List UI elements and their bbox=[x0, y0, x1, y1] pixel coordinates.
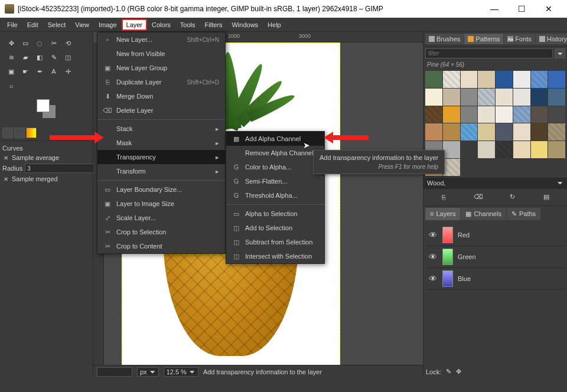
pattern-swatch[interactable] bbox=[443, 106, 460, 123]
tab-layers[interactable]: ≡Layers bbox=[425, 208, 460, 220]
sample-average-check[interactable]: ✕Sample average bbox=[2, 154, 90, 161]
delete-icon[interactable]: ⌫ bbox=[472, 192, 484, 202]
visibility-icon[interactable]: 👁 bbox=[428, 274, 438, 283]
pattern-swatch[interactable] bbox=[478, 123, 495, 141]
tool-pencil[interactable]: ✎ bbox=[47, 51, 60, 64]
pattern-swatch[interactable] bbox=[478, 141, 495, 158]
tool-picker[interactable]: ✛ bbox=[61, 65, 74, 78]
pattern-swatch[interactable] bbox=[496, 89, 513, 106]
close-button[interactable]: ✕ bbox=[535, 0, 562, 18]
pattern-swatch[interactable] bbox=[478, 71, 495, 88]
pattern-swatch[interactable] bbox=[548, 71, 565, 88]
pattern-swatch[interactable] bbox=[531, 106, 548, 123]
menu-mask[interactable]: Mask▸ bbox=[97, 136, 225, 150]
menu-colors[interactable]: Colors bbox=[147, 19, 175, 31]
pattern-swatch[interactable] bbox=[513, 71, 530, 88]
layer-row[interactable]: 👁Blue bbox=[426, 268, 565, 290]
menu-duplicate[interactable]: ⎘Duplicate LayerShift+Ctrl+D bbox=[97, 75, 225, 89]
tool-crop[interactable]: ✂ bbox=[47, 37, 60, 50]
pattern-swatch[interactable] bbox=[531, 123, 548, 141]
menu-scale[interactable]: ⤢Scale Layer... bbox=[97, 211, 225, 225]
pattern-swatch[interactable] bbox=[443, 123, 460, 141]
pattern-swatch[interactable] bbox=[531, 89, 548, 106]
pattern-swatch[interactable] bbox=[513, 106, 530, 123]
pattern-swatch[interactable] bbox=[443, 89, 460, 106]
tool-smudge[interactable]: ☛ bbox=[19, 65, 32, 78]
tool-zoom[interactable]: ⌕ bbox=[5, 79, 18, 92]
tool-free-select[interactable]: ◌ bbox=[33, 37, 46, 50]
layer-row[interactable]: 👁Red bbox=[426, 224, 565, 246]
menu-tools[interactable]: Tools bbox=[175, 19, 200, 31]
menu-image[interactable]: Image bbox=[94, 19, 122, 31]
menu-view[interactable]: View bbox=[70, 19, 94, 31]
pattern-swatch[interactable] bbox=[425, 106, 442, 123]
pattern-swatch[interactable] bbox=[496, 141, 513, 158]
pattern-swatch[interactable] bbox=[425, 71, 442, 88]
pattern-swatch[interactable] bbox=[478, 106, 495, 123]
menu-help[interactable]: Help bbox=[263, 19, 286, 31]
menu-alpha-to-selection[interactable]: ▭Alpha to Selection bbox=[226, 207, 324, 221]
menu-delete-layer[interactable]: ⌫Delete Layer bbox=[97, 103, 225, 117]
sample-merged-check[interactable]: ✕Sample merged bbox=[2, 175, 90, 182]
menu-intersect-selection[interactable]: ◫Intersect with Selection bbox=[226, 249, 324, 263]
tab-paths[interactable]: ✎Paths bbox=[507, 208, 540, 220]
pattern-swatch[interactable] bbox=[461, 141, 478, 158]
maximize-button[interactable]: ☐ bbox=[508, 0, 535, 18]
menu-edit[interactable]: Edit bbox=[22, 19, 43, 31]
pattern-swatch[interactable] bbox=[425, 89, 442, 106]
lock-pixels-icon[interactable]: ✎ bbox=[446, 368, 451, 375]
menu-transparency[interactable]: Transparency▸ bbox=[97, 150, 225, 164]
menu-color-to-alpha[interactable]: GColor to Alpha... bbox=[226, 160, 324, 174]
pattern-swatch[interactable] bbox=[461, 89, 478, 106]
pattern-swatch[interactable] bbox=[443, 71, 460, 88]
tool-move[interactable]: ✥ bbox=[5, 37, 18, 50]
tool-path[interactable]: ✒ bbox=[33, 65, 46, 78]
menu-select[interactable]: Select bbox=[43, 19, 71, 31]
menu-file[interactable]: File bbox=[2, 19, 22, 31]
menu-layer[interactable]: Layer bbox=[122, 19, 148, 31]
color-swatches[interactable] bbox=[32, 99, 61, 123]
filter-input[interactable] bbox=[425, 48, 553, 58]
pattern-swatch[interactable] bbox=[531, 71, 548, 88]
menu-stack[interactable]: Stack▸ bbox=[97, 122, 225, 136]
pattern-swatch[interactable] bbox=[478, 89, 495, 106]
menu-add-to-selection[interactable]: ◫Add to Selection bbox=[226, 221, 324, 235]
menu-boundary[interactable]: ▭Layer Boundary Size... bbox=[97, 182, 225, 197]
pattern-swatch[interactable] bbox=[425, 123, 442, 141]
pattern-swatch[interactable] bbox=[548, 123, 565, 141]
zoom-select[interactable]: 12.5 % ⏷ bbox=[164, 367, 198, 377]
pattern-swatch[interactable] bbox=[443, 159, 460, 176]
pattern-swatch[interactable] bbox=[513, 123, 530, 141]
tool-text[interactable]: A bbox=[47, 65, 60, 78]
open-icon[interactable]: ▤ bbox=[540, 192, 552, 202]
menu-subtract-from-selection[interactable]: ◫Subtract from Selection bbox=[226, 235, 324, 249]
tool-eraser[interactable]: ◫ bbox=[61, 51, 74, 64]
menu-windows[interactable]: Windows bbox=[227, 19, 263, 31]
pattern-swatch[interactable] bbox=[443, 141, 460, 158]
pattern-swatch[interactable] bbox=[513, 141, 530, 158]
pattern-swatch[interactable] bbox=[496, 71, 513, 88]
menu-crop-content[interactable]: ✂Crop to Content bbox=[97, 239, 225, 253]
visibility-icon[interactable]: 👁 bbox=[428, 230, 438, 240]
menu-new-group[interactable]: ▣New Layer Group bbox=[97, 61, 225, 75]
tool-opt-tab[interactable] bbox=[26, 128, 37, 138]
menu-to-image[interactable]: ▣Layer to Image Size bbox=[97, 197, 225, 211]
tool-opt-tab[interactable] bbox=[14, 128, 25, 138]
menu-transform[interactable]: Transform▸ bbox=[97, 164, 225, 178]
menu-new-layer[interactable]: ▫New Layer...Shift+Ctrl+N bbox=[97, 32, 225, 47]
tool-rect-select[interactable]: ▭ bbox=[19, 37, 32, 50]
pattern-swatch[interactable] bbox=[461, 123, 478, 141]
tab-brushes[interactable]: Brushes bbox=[425, 34, 464, 44]
lock-position-icon[interactable]: ✥ bbox=[456, 368, 461, 375]
tool-warp[interactable]: ≋ bbox=[5, 51, 18, 64]
tool-gradient[interactable]: ◧ bbox=[33, 51, 46, 64]
tab-history[interactable]: History bbox=[536, 34, 567, 44]
layer-row[interactable]: 👁Green bbox=[426, 246, 565, 268]
selected-pattern[interactable]: Wood,⏷ bbox=[423, 178, 567, 188]
tool-bucket[interactable]: ▰ bbox=[19, 51, 32, 64]
tool-rotate[interactable]: ⟲ bbox=[61, 37, 74, 50]
pattern-swatch[interactable] bbox=[513, 89, 530, 106]
pattern-swatch[interactable] bbox=[548, 141, 565, 158]
radius-input[interactable] bbox=[25, 164, 105, 173]
tab-patterns[interactable]: Patterns bbox=[464, 34, 503, 44]
